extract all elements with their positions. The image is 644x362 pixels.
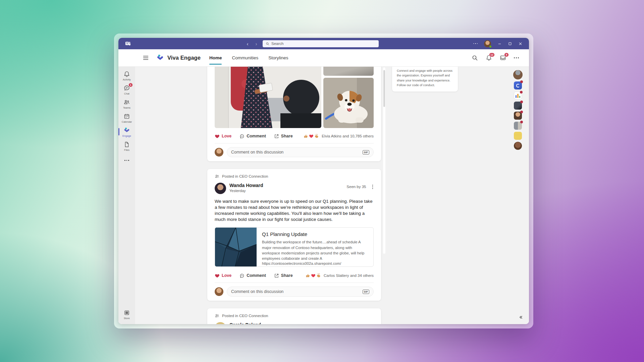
author-name[interactable]: Wanda Howard (229, 183, 263, 188)
love-button[interactable]: Love (215, 134, 231, 139)
post-photo-small[interactable] (323, 67, 374, 76)
post-card-2: Posted in CEO Connection Wanda Howard Ye… (207, 169, 381, 301)
app-title: Viva Engage (167, 55, 201, 61)
title-bar: ‹ › (118, 38, 529, 49)
community-info-card: Connect and engage with people across th… (392, 67, 458, 92)
gif-button[interactable]: GIF (363, 150, 369, 155)
app-icon-blue[interactable] (514, 81, 522, 89)
sidebar-item-files[interactable]: Files (118, 139, 135, 153)
comment-icon (239, 134, 245, 139)
person-avatar[interactable] (514, 102, 522, 110)
teams-logo-icon (125, 41, 131, 47)
link-url[interactable]: https://contosoelectronics002a.sharepoin… (262, 261, 368, 265)
back-icon[interactable]: ‹ (245, 41, 250, 46)
search-input[interactable] (271, 42, 376, 46)
post-time: Yesterday (229, 189, 263, 193)
reaction-clap-icon (314, 134, 319, 138)
sidebar-item-store[interactable]: Store (118, 307, 135, 321)
engage-icon (123, 127, 130, 134)
post-photo-office[interactable] (215, 67, 321, 128)
person-avatar[interactable] (514, 122, 522, 130)
reaction-clap-icon (316, 273, 321, 278)
window-frame: ‹ › Viva Engage Home Comm (114, 34, 533, 328)
header-search-icon[interactable] (472, 55, 478, 61)
reactions-summary[interactable]: Elvia Atkins and 10,785 others (304, 134, 374, 138)
rail-more-icon[interactable] (124, 158, 129, 163)
forward-icon[interactable]: › (254, 41, 259, 46)
notification-badge: 12 (489, 53, 495, 57)
sidebar-item-teams[interactable]: Teams (118, 97, 135, 111)
notification-dot (520, 80, 523, 83)
calendar-icon (123, 113, 130, 120)
notification-dot (520, 91, 523, 94)
person-avatar[interactable] (513, 70, 523, 79)
notification-dot (520, 101, 523, 103)
comment-button[interactable]: Comment (239, 273, 266, 278)
share-button[interactable]: Share (274, 273, 293, 278)
inbox-icon[interactable]: 5 (500, 55, 506, 61)
person-avatar[interactable] (514, 142, 522, 150)
collapse-panel-button[interactable] (518, 315, 524, 321)
link-card[interactable]: Q1 Planning Update Building the workspac… (215, 227, 374, 267)
love-button[interactable]: Love (215, 273, 231, 278)
comment-button[interactable]: Comment (239, 134, 266, 139)
author-avatar[interactable] (215, 322, 226, 324)
minimize-button[interactable] (497, 42, 501, 46)
author-name[interactable]: Carole Poland (229, 322, 261, 324)
maximize-button[interactable] (508, 42, 512, 46)
left-rail: Activity Chat 1 Teams Calendar Engage (118, 67, 135, 324)
tab-communities[interactable]: Communities (232, 49, 258, 67)
post-card-3: Posted in CEO Connection Carole Poland 2… (207, 308, 381, 324)
comment-input[interactable] (231, 150, 363, 155)
comment-icon (239, 273, 245, 278)
close-button[interactable] (518, 42, 522, 46)
hamburger-menu-icon[interactable] (143, 55, 149, 61)
gif-button[interactable]: GIF (363, 290, 369, 294)
user-avatar[interactable] (484, 40, 491, 47)
post-actions: Love Comment Share Carlos Slattery and 3… (215, 272, 374, 280)
seen-by[interactable]: Seen by 35 (346, 185, 366, 189)
nav-tabs: Home Communities Storylines (209, 49, 288, 67)
search-bar[interactable] (263, 40, 379, 47)
feed-scrollbar[interactable] (383, 67, 385, 254)
person-avatar[interactable] (514, 112, 522, 120)
post-photo-dog[interactable] (323, 78, 374, 128)
notifications-icon[interactable]: 12 (486, 55, 492, 61)
bell-icon (123, 71, 130, 77)
note-icon[interactable] (514, 132, 522, 140)
main-content: Love Comment Share Elvia Atkins and 10,7… (135, 67, 529, 324)
sidebar-item-calendar[interactable]: Calendar (118, 111, 135, 125)
chevron-double-left-icon (518, 315, 523, 320)
share-icon (274, 134, 279, 139)
heart-icon (215, 134, 220, 139)
notification-dot (520, 111, 523, 113)
sidebar-item-chat[interactable]: Chat 1 (118, 83, 135, 97)
reaction-heart-icon (309, 134, 314, 138)
chart-app-icon[interactable] (514, 92, 522, 100)
reaction-thumbsup-icon (304, 134, 308, 138)
link-thumbnail (215, 228, 257, 266)
post-more-icon[interactable] (372, 184, 374, 190)
posted-in-label[interactable]: Posted in CEO Connection (215, 174, 374, 179)
link-title[interactable]: Q1 Planning Update (262, 231, 368, 237)
tab-storylines[interactable]: Storylines (268, 49, 288, 67)
titlebar-more-icon[interactable] (473, 43, 478, 44)
reaction-thumbsup-icon (306, 273, 310, 278)
share-icon (274, 273, 279, 278)
my-avatar (215, 287, 223, 296)
header-more-icon[interactable] (514, 55, 519, 61)
chat-badge: 1 (128, 83, 133, 87)
share-button[interactable]: Share (274, 134, 293, 139)
feed-column: Love Comment Share Elvia Atkins and 10,7… (207, 67, 381, 324)
posted-in-label[interactable]: Posted in CEO Connection (215, 313, 374, 318)
post-actions: Love Comment Share Elvia Atkins and 10,7… (215, 132, 374, 140)
sidebar-item-engage[interactable]: Engage (118, 125, 135, 139)
comment-input[interactable] (231, 289, 363, 294)
tab-home[interactable]: Home (209, 49, 222, 67)
sidebar-item-activity[interactable]: Activity (118, 69, 135, 83)
author-avatar[interactable] (215, 183, 226, 194)
reactions-summary[interactable]: Carlos Slattery and 34 others (306, 273, 374, 278)
comment-input-wrap: GIF (227, 147, 374, 157)
teams-people-icon (123, 99, 130, 106)
post-more-icon[interactable] (372, 323, 374, 324)
